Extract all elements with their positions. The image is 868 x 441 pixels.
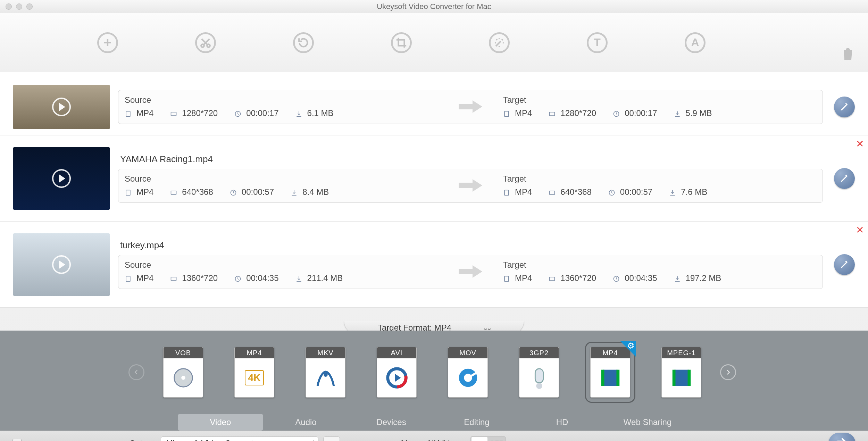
subtitle-button[interactable]: T: [587, 32, 608, 53]
format-tile-label: MKV: [306, 347, 345, 358]
target-size: 7.6 MB: [681, 187, 707, 197]
format-tile-mov[interactable]: MOV: [448, 347, 488, 398]
source-resolution: 1280*720: [182, 108, 218, 118]
format-tile-mkv[interactable]: MKV: [306, 347, 345, 398]
format-tile-label: AVI: [377, 347, 416, 358]
target-format: MP4: [515, 273, 532, 283]
tab-hd[interactable]: HD: [519, 414, 605, 431]
trim-button[interactable]: [195, 32, 216, 53]
remove-item-button[interactable]: ✕: [856, 138, 864, 150]
titlebar: Ukeysoft Video Converter for Mac: [0, 0, 868, 13]
size-icon: [295, 110, 302, 117]
svg-rect-3: [171, 112, 176, 116]
convert-button[interactable]: [828, 433, 856, 441]
source-resolution: 640*368: [182, 187, 213, 197]
rotate-button[interactable]: [293, 32, 314, 53]
play-icon[interactable]: [52, 255, 71, 274]
format-tile-label: MPEG-1: [662, 347, 701, 358]
file-list: Source MP4 1280*720 00:00:17 6.1 MB Targ…: [0, 72, 868, 331]
svg-rect-12: [550, 191, 555, 194]
format-tile-vob[interactable]: VOB: [163, 347, 203, 398]
source-label: Source: [125, 260, 438, 270]
svg-point-21: [181, 376, 185, 380]
target-label: Target: [503, 260, 816, 270]
format-tile-label: MP4: [235, 347, 274, 358]
edit-item-button[interactable]: [834, 168, 855, 189]
source-resolution: 1360*720: [182, 273, 218, 283]
remove-item-button[interactable]: ✕: [856, 224, 864, 236]
format-icon: [503, 189, 510, 195]
video-thumbnail[interactable]: [13, 85, 110, 129]
svg-rect-5: [504, 111, 509, 116]
play-icon[interactable]: [52, 98, 71, 116]
duration-icon: [613, 110, 620, 117]
format-icon: [125, 110, 132, 117]
target-size: 197.2 MB: [686, 273, 721, 283]
play-icon[interactable]: [52, 169, 71, 188]
source-size: 6.1 MB: [307, 108, 334, 118]
tab-audio[interactable]: Audio: [263, 414, 349, 431]
list-item[interactable]: ✕ YAMAHA Racing1.mp4 Source MP4 640*368 …: [0, 135, 868, 222]
duration-icon: [230, 189, 237, 195]
target-size: 5.9 MB: [686, 108, 712, 118]
output-path-combo[interactable]: Ukeysoft Video Converter ▴▾: [161, 436, 318, 441]
format-tile-mp4[interactable]: MP44K: [234, 347, 274, 398]
format-tile-avi[interactable]: AVI: [377, 347, 417, 398]
tab-devices[interactable]: Devices: [349, 414, 434, 431]
format-tile-3gp2[interactable]: 3GP2: [519, 347, 559, 398]
source-target-panel: Source MP4 1360*720 00:04:35 211.4 MB Ta…: [118, 255, 823, 289]
merge-toggle[interactable]: OFF: [470, 436, 506, 441]
tab-video[interactable]: Video: [178, 414, 263, 431]
tab-editing[interactable]: Editing: [434, 414, 519, 431]
format-tile-label: VOB: [164, 347, 203, 358]
crop-button[interactable]: [391, 32, 412, 53]
format-tile-icon: 4K: [245, 358, 264, 397]
open-output-folder-button[interactable]: [323, 436, 340, 441]
duration-icon: [613, 275, 620, 282]
add-file-button[interactable]: +: [97, 32, 118, 53]
source-target-panel: Source MP4 1280*720 00:00:17 6.1 MB Targ…: [118, 90, 823, 124]
source-format: MP4: [136, 273, 153, 283]
format-tile-icon: [314, 358, 338, 397]
video-thumbnail[interactable]: [13, 147, 110, 210]
format-tile-icon: [456, 358, 480, 397]
edit-item-button[interactable]: [834, 97, 855, 117]
source-duration: 00:00:57: [242, 187, 274, 197]
format-category-tabs: VideoAudioDevicesEditingHDWeb Sharing: [0, 414, 868, 431]
svg-rect-34: [672, 370, 675, 386]
edit-item-button[interactable]: [834, 254, 855, 275]
list-item[interactable]: ✕ turkey.mp4 Source MP4 1360*720 00:04:3…: [0, 222, 868, 308]
svg-rect-31: [601, 370, 604, 386]
source-duration: 00:04:35: [246, 273, 278, 283]
svg-point-22: [324, 373, 328, 377]
bottom-bar: + Output: Ukeysoft Video Converter ▴▾ Me…: [0, 431, 868, 441]
video-thumbnail[interactable]: [13, 233, 110, 296]
size-icon: [291, 189, 298, 195]
duration-icon: [234, 110, 241, 117]
add-small-button[interactable]: +: [12, 439, 22, 441]
format-tile-mpeg-1[interactable]: MPEG-1: [661, 347, 701, 398]
file-name: YAMAHA Racing1.mp4: [120, 154, 823, 165]
formats-next-button[interactable]: [720, 364, 736, 380]
format-tile-label: MP4: [591, 347, 630, 358]
list-item[interactable]: Source MP4 1280*720 00:00:17 6.1 MB Targ…: [0, 72, 868, 135]
format-tile-icon: [171, 358, 195, 397]
effect-button[interactable]: [489, 32, 510, 53]
duration-icon: [234, 275, 241, 282]
svg-rect-11: [504, 190, 509, 195]
main-toolbar: + T A: [0, 13, 868, 72]
svg-rect-8: [126, 190, 130, 195]
format-tile-mp4[interactable]: MP4: [590, 347, 630, 398]
tab-web-sharing[interactable]: Web Sharing: [605, 414, 690, 431]
store-icon[interactable]: [838, 45, 858, 62]
svg-rect-17: [504, 276, 509, 282]
formats-prev-button[interactable]: [128, 364, 144, 380]
watermark-button[interactable]: A: [685, 32, 706, 53]
target-duration: 00:00:17: [625, 108, 657, 118]
svg-rect-2: [126, 111, 130, 116]
target-format: MP4: [515, 187, 532, 197]
format-tile-label: 3GP2: [519, 347, 559, 358]
resolution-icon: [170, 275, 177, 282]
target-duration: 00:04:35: [625, 273, 657, 283]
size-icon: [674, 275, 681, 282]
